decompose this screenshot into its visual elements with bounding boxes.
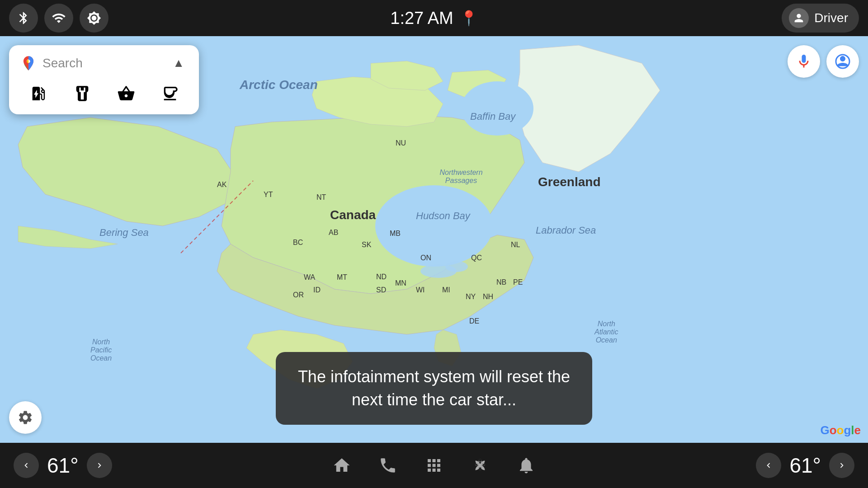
- toast-notification: The infotainment system will reset the n…: [276, 352, 592, 425]
- clock-time: 1:27 AM: [390, 9, 453, 28]
- chevron-right-icon: [94, 460, 104, 470]
- home-button[interactable]: [332, 456, 351, 475]
- temp-prev-button[interactable]: [14, 453, 39, 478]
- phone-button[interactable]: [378, 456, 397, 475]
- apps-button[interactable]: [425, 456, 443, 475]
- driver-button[interactable]: Driver: [782, 4, 859, 33]
- fan-button[interactable]: [471, 456, 490, 475]
- home-icon: [332, 456, 351, 475]
- brightness-icon: [87, 11, 101, 25]
- bluetooth-button[interactable]: [9, 4, 38, 33]
- toast-message: The infotainment system will reset the n…: [296, 366, 572, 411]
- location-pin-icon: 📍: [460, 9, 478, 27]
- bottom-nav: [332, 456, 536, 475]
- microphone-icon: [796, 53, 812, 70]
- person-icon: [793, 12, 805, 24]
- temp-left-display: 61°: [47, 453, 79, 478]
- avatar: [789, 8, 809, 28]
- search-panel: Search ▲: [9, 45, 199, 114]
- top-bar: 1:27 AM 📍 Driver: [0, 0, 868, 36]
- search-bar[interactable]: Search ▲: [14, 50, 194, 76]
- cafe-shortcut[interactable]: [155, 80, 185, 107]
- gas-station-icon: [29, 84, 47, 103]
- apps-grid-icon: [425, 456, 443, 475]
- notifications-button[interactable]: [517, 456, 536, 475]
- wifi-icon: [52, 11, 66, 25]
- gas-station-shortcut[interactable]: [23, 80, 54, 107]
- temp-next-button[interactable]: [87, 453, 112, 478]
- chevron-left-right-icon: [764, 460, 774, 470]
- svg-point-11: [375, 185, 493, 267]
- svg-point-14: [461, 81, 533, 136]
- driver-label: Driver: [814, 11, 848, 25]
- user-circle-icon: [835, 53, 851, 70]
- restaurant-shortcut[interactable]: [67, 80, 98, 107]
- google-logo: Google: [820, 423, 861, 437]
- user-profile-button[interactable]: [826, 45, 859, 78]
- temp-right-next-button[interactable]: [829, 453, 854, 478]
- wifi-button[interactable]: [44, 4, 73, 33]
- search-shortcuts: [14, 76, 194, 110]
- settings-gear-icon: [17, 409, 33, 426]
- bluetooth-icon: [16, 11, 31, 25]
- bell-icon: [517, 456, 536, 475]
- voice-search-button[interactable]: [788, 45, 820, 78]
- top-bar-left: [9, 4, 108, 33]
- chevron-right-2-icon: [837, 460, 847, 470]
- bottom-bar: 61°: [0, 443, 868, 488]
- settings-button[interactable]: [9, 401, 42, 434]
- time-display: 1:27 AM 📍: [390, 9, 477, 28]
- brightness-button[interactable]: [80, 4, 108, 33]
- grocery-shortcut[interactable]: [111, 80, 142, 107]
- maps-logo-icon: [20, 55, 37, 72]
- bottom-bar-left: 61°: [14, 453, 112, 478]
- collapse-button[interactable]: ▲: [169, 54, 188, 72]
- temp-right-display: 61°: [789, 453, 821, 478]
- svg-point-13: [445, 261, 468, 272]
- cafe-icon: [161, 84, 179, 103]
- map-top-right: [788, 45, 859, 78]
- search-placeholder: Search: [42, 56, 164, 70]
- temp-right-prev-button[interactable]: [756, 453, 781, 478]
- grocery-cart-icon: [117, 84, 135, 103]
- phone-icon: [378, 456, 397, 475]
- chevron-left-icon: [21, 460, 31, 470]
- restaurant-icon: [73, 84, 91, 103]
- fan-icon: [471, 456, 490, 475]
- bottom-bar-right: 61°: [756, 453, 854, 478]
- top-bar-right: Driver: [782, 4, 859, 33]
